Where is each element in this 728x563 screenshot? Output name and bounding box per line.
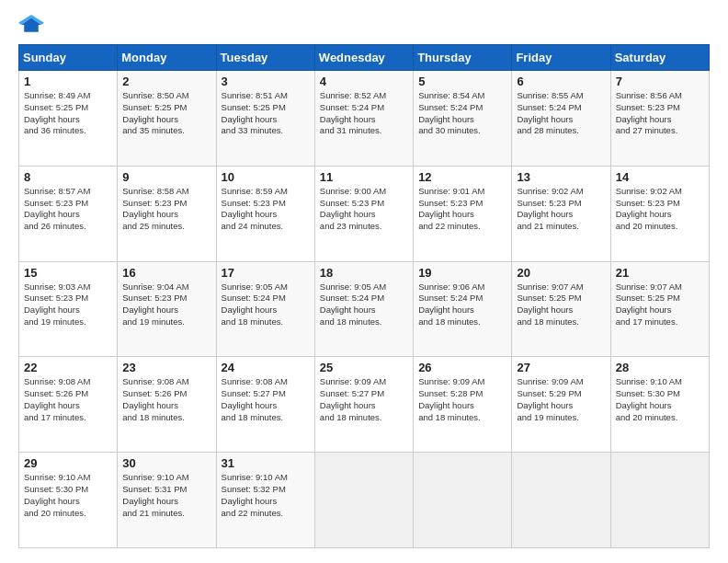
calendar-cell: 29 Sunrise: 9:10 AM Sunset: 5:30 PM Dayl… [19, 453, 118, 548]
day-detail: Sunrise: 9:10 AM Sunset: 5:30 PM Dayligh… [24, 472, 90, 517]
day-number: 19 [418, 266, 506, 280]
day-detail: Sunrise: 9:09 AM Sunset: 5:28 PM Dayligh… [418, 376, 484, 421]
day-detail: Sunrise: 8:50 AM Sunset: 5:25 PM Dayligh… [122, 90, 188, 135]
calendar-cell: 24 Sunrise: 9:08 AM Sunset: 5:27 PM Dayl… [216, 357, 314, 453]
day-detail: Sunrise: 8:57 AM Sunset: 5:23 PM Dayligh… [24, 186, 90, 231]
day-detail: Sunrise: 8:55 AM Sunset: 5:24 PM Dayligh… [517, 90, 583, 135]
day-detail: Sunrise: 9:10 AM Sunset: 5:32 PM Dayligh… [222, 472, 288, 517]
calendar-week-row: 15 Sunrise: 9:03 AM Sunset: 5:23 PM Dayl… [19, 261, 710, 357]
calendar-cell: 19 Sunrise: 9:06 AM Sunset: 5:24 PM Dayl… [414, 261, 512, 357]
calendar-cell [512, 453, 610, 548]
calendar-cell [314, 453, 413, 548]
day-number: 12 [418, 170, 506, 184]
day-detail: Sunrise: 9:02 AM Sunset: 5:23 PM Dayligh… [616, 186, 682, 231]
day-detail: Sunrise: 8:58 AM Sunset: 5:23 PM Dayligh… [122, 186, 188, 231]
calendar-table: SundayMondayTuesdayWednesdayThursdayFrid… [18, 44, 710, 548]
day-number: 17 [222, 266, 310, 280]
day-detail: Sunrise: 9:01 AM Sunset: 5:23 PM Dayligh… [418, 186, 484, 231]
calendar-header-monday: Monday [118, 45, 216, 71]
day-number: 7 [616, 75, 704, 88]
day-number: 29 [24, 456, 112, 470]
day-number: 8 [24, 170, 112, 184]
calendar-cell: 2 Sunrise: 8:50 AM Sunset: 5:25 PM Dayli… [118, 71, 216, 167]
day-number: 28 [616, 361, 704, 374]
day-number: 6 [517, 75, 605, 88]
day-detail: Sunrise: 9:09 AM Sunset: 5:27 PM Dayligh… [320, 376, 386, 421]
day-detail: Sunrise: 8:56 AM Sunset: 5:23 PM Dayligh… [616, 90, 682, 135]
calendar-header-tuesday: Tuesday [216, 45, 314, 71]
page: SundayMondayTuesdayWednesdayThursdayFrid… [0, 0, 728, 563]
day-number: 27 [517, 361, 605, 374]
day-detail: Sunrise: 8:52 AM Sunset: 5:24 PM Dayligh… [320, 90, 386, 135]
day-detail: Sunrise: 9:10 AM Sunset: 5:30 PM Dayligh… [616, 376, 682, 421]
calendar-cell: 31 Sunrise: 9:10 AM Sunset: 5:32 PM Dayl… [216, 453, 314, 548]
calendar-cell: 13 Sunrise: 9:02 AM Sunset: 5:23 PM Dayl… [512, 166, 610, 261]
calendar-cell: 25 Sunrise: 9:09 AM Sunset: 5:27 PM Dayl… [314, 357, 413, 453]
calendar-cell: 12 Sunrise: 9:01 AM Sunset: 5:23 PM Dayl… [414, 166, 512, 261]
day-detail: Sunrise: 9:03 AM Sunset: 5:23 PM Dayligh… [24, 282, 90, 327]
day-detail: Sunrise: 9:04 AM Sunset: 5:23 PM Dayligh… [122, 282, 188, 327]
calendar-cell [610, 453, 709, 548]
calendar-cell: 10 Sunrise: 8:59 AM Sunset: 5:23 PM Dayl… [216, 166, 314, 261]
day-number: 5 [418, 75, 506, 88]
header [18, 15, 710, 35]
calendar-header-friday: Friday [512, 45, 610, 71]
day-number: 21 [616, 266, 704, 280]
day-number: 25 [320, 361, 408, 374]
calendar-header-row: SundayMondayTuesdayWednesdayThursdayFrid… [19, 45, 710, 71]
calendar-week-row: 22 Sunrise: 9:08 AM Sunset: 5:26 PM Dayl… [19, 357, 710, 453]
day-detail: Sunrise: 9:07 AM Sunset: 5:25 PM Dayligh… [517, 282, 583, 327]
day-detail: Sunrise: 9:02 AM Sunset: 5:23 PM Dayligh… [517, 186, 583, 231]
day-number: 3 [222, 75, 310, 88]
calendar-cell: 28 Sunrise: 9:10 AM Sunset: 5:30 PM Dayl… [610, 357, 709, 453]
calendar-cell [414, 453, 512, 548]
day-number: 26 [418, 361, 506, 374]
day-number: 18 [320, 266, 408, 280]
day-number: 9 [122, 170, 210, 184]
calendar-cell: 17 Sunrise: 9:05 AM Sunset: 5:24 PM Dayl… [216, 261, 314, 357]
calendar-cell: 1 Sunrise: 8:49 AM Sunset: 5:25 PM Dayli… [19, 71, 118, 167]
calendar-cell: 8 Sunrise: 8:57 AM Sunset: 5:23 PM Dayli… [19, 166, 118, 261]
day-number: 15 [24, 266, 112, 280]
day-detail: Sunrise: 9:08 AM Sunset: 5:27 PM Dayligh… [222, 376, 288, 421]
calendar-header-thursday: Thursday [414, 45, 512, 71]
calendar-week-row: 8 Sunrise: 8:57 AM Sunset: 5:23 PM Dayli… [19, 166, 710, 261]
day-number: 10 [222, 170, 310, 184]
calendar-cell: 18 Sunrise: 9:05 AM Sunset: 5:24 PM Dayl… [314, 261, 413, 357]
day-detail: Sunrise: 9:06 AM Sunset: 5:24 PM Dayligh… [418, 282, 484, 327]
day-detail: Sunrise: 9:00 AM Sunset: 5:23 PM Dayligh… [320, 186, 386, 231]
calendar-cell: 16 Sunrise: 9:04 AM Sunset: 5:23 PM Dayl… [118, 261, 216, 357]
day-number: 30 [122, 456, 210, 470]
day-number: 2 [122, 75, 210, 88]
calendar-cell: 21 Sunrise: 9:07 AM Sunset: 5:25 PM Dayl… [610, 261, 709, 357]
day-detail: Sunrise: 9:05 AM Sunset: 5:24 PM Dayligh… [222, 282, 288, 327]
calendar-cell: 3 Sunrise: 8:51 AM Sunset: 5:25 PM Dayli… [216, 71, 314, 167]
day-number: 16 [122, 266, 210, 280]
logo-icon [18, 15, 44, 35]
day-detail: Sunrise: 9:08 AM Sunset: 5:26 PM Dayligh… [24, 376, 90, 421]
calendar-cell: 26 Sunrise: 9:09 AM Sunset: 5:28 PM Dayl… [414, 357, 512, 453]
calendar-cell: 22 Sunrise: 9:08 AM Sunset: 5:26 PM Dayl… [19, 357, 118, 453]
day-number: 13 [517, 170, 605, 184]
day-number: 22 [24, 361, 112, 374]
day-number: 11 [320, 170, 408, 184]
calendar-cell: 9 Sunrise: 8:58 AM Sunset: 5:23 PM Dayli… [118, 166, 216, 261]
calendar-cell: 5 Sunrise: 8:54 AM Sunset: 5:24 PM Dayli… [414, 71, 512, 167]
calendar-cell: 20 Sunrise: 9:07 AM Sunset: 5:25 PM Dayl… [512, 261, 610, 357]
calendar-cell: 27 Sunrise: 9:09 AM Sunset: 5:29 PM Dayl… [512, 357, 610, 453]
calendar-cell: 15 Sunrise: 9:03 AM Sunset: 5:23 PM Dayl… [19, 261, 118, 357]
day-detail: Sunrise: 8:49 AM Sunset: 5:25 PM Dayligh… [24, 90, 90, 135]
calendar-body: 1 Sunrise: 8:49 AM Sunset: 5:25 PM Dayli… [19, 71, 710, 548]
day-number: 4 [320, 75, 408, 88]
day-number: 20 [517, 266, 605, 280]
logo [18, 15, 48, 35]
day-detail: Sunrise: 8:54 AM Sunset: 5:24 PM Dayligh… [418, 90, 484, 135]
day-detail: Sunrise: 9:08 AM Sunset: 5:26 PM Dayligh… [122, 376, 188, 421]
day-number: 14 [616, 170, 704, 184]
calendar-header-wednesday: Wednesday [314, 45, 413, 71]
day-detail: Sunrise: 8:59 AM Sunset: 5:23 PM Dayligh… [222, 186, 288, 231]
calendar-cell: 6 Sunrise: 8:55 AM Sunset: 5:24 PM Dayli… [512, 71, 610, 167]
day-number: 23 [122, 361, 210, 374]
calendar-cell: 4 Sunrise: 8:52 AM Sunset: 5:24 PM Dayli… [314, 71, 413, 167]
day-number: 31 [222, 456, 310, 470]
